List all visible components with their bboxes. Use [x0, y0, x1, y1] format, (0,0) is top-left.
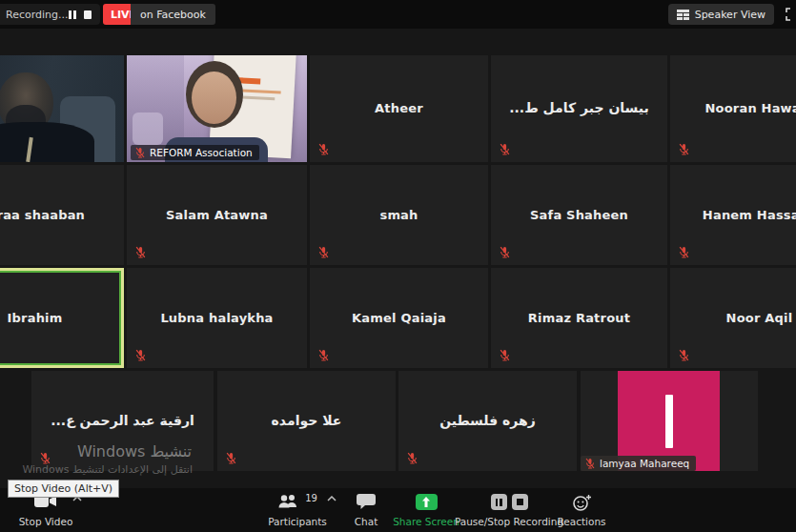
- video-tile[interactable]: israa shaaban: [0, 165, 124, 265]
- fullscreen-button[interactable]: [785, 7, 796, 22]
- pause-recording-icon[interactable]: [491, 494, 507, 510]
- participant-name: زهره فلسطين: [398, 413, 577, 428]
- recording-label: Recording...: [0, 9, 69, 21]
- speaker-view-label: Speaker View: [695, 9, 765, 21]
- video-tile[interactable]: Safa Shaheen: [491, 165, 667, 265]
- video-tile[interactable]: Hanem Hassasn: [670, 165, 796, 265]
- avatar-letter: l: [665, 395, 673, 448]
- video-tile-active-speaker[interactable]: Ibrahim: [0, 268, 124, 368]
- muted-mic-icon: [225, 452, 237, 464]
- video-tile[interactable]: Atheer: [310, 55, 488, 162]
- participant-name: Lubna halaykha: [127, 310, 307, 324]
- muted-mic-icon: [584, 458, 596, 469]
- muted-mic-icon: [317, 246, 330, 258]
- participant-name: ...ارقية عبد الرحمن ع: [31, 413, 214, 428]
- video-tile[interactable]: Nooran Hawam: [670, 55, 796, 162]
- recording-indicator: Recording...: [0, 4, 100, 25]
- video-tile[interactable]: smah: [310, 165, 488, 265]
- participant-name: Ibrahim: [0, 310, 121, 324]
- muted-mic-icon: [317, 349, 330, 361]
- reactions-label: Reactions: [557, 516, 605, 527]
- windows-activation-watermark-subtext: انتقل إلى الإعدادات لتنشيط Windows: [0, 463, 193, 476]
- chat-bubble-icon: [357, 494, 376, 509]
- participant-name: Hanem Hassasn: [670, 207, 796, 221]
- speaker-view-icon: [677, 10, 689, 20]
- participant-name: lamyaa Mahareeq: [600, 458, 689, 469]
- stop-video-tooltip: Stop Video (Alt+V): [8, 480, 119, 498]
- video-tile[interactable]: علا حوامده: [217, 371, 396, 471]
- video-tile[interactable]: Lubna halaykha: [127, 268, 307, 368]
- muted-mic-icon: [317, 143, 330, 155]
- reactions-smiley-icon: [572, 494, 592, 511]
- video-tile[interactable]: Noor Aqil: [670, 268, 796, 368]
- meeting-topbar: Recording... LIVE on Facebook Speaker Vi…: [0, 0, 796, 29]
- video-shape: [192, 72, 236, 124]
- muted-mic-icon: [499, 349, 511, 361]
- muted-mic-icon: [499, 143, 511, 155]
- pause-recording-icon[interactable]: [69, 10, 76, 19]
- video-tile[interactable]: زهره فلسطين: [398, 371, 577, 471]
- share-screen-icon: [416, 494, 438, 510]
- muted-mic-icon: [678, 143, 690, 155]
- participants-menu-chevron-icon[interactable]: [327, 496, 337, 501]
- video-tile[interactable]: [0, 55, 124, 162]
- participant-name: smah: [310, 207, 488, 221]
- stop-video-label: Stop Video: [19, 516, 73, 527]
- muted-mic-icon: [499, 246, 511, 258]
- video-shape: [0, 122, 94, 162]
- video-tile[interactable]: REFORM Association: [127, 55, 307, 162]
- meeting-toolbar: Stop Video 19 Participants Chat: [0, 488, 796, 532]
- participant-video: [0, 55, 124, 162]
- participant-name: علا حوامده: [217, 413, 396, 428]
- participant-name-chip: REFORM Association: [131, 145, 259, 160]
- live-destination-label: on Facebook: [131, 4, 215, 25]
- participant-name: Salam Atawna: [127, 207, 307, 221]
- muted-mic-icon: [134, 349, 147, 361]
- video-tile[interactable]: Kamel Qaiaja: [310, 268, 488, 368]
- muted-mic-icon: [678, 246, 690, 258]
- participants-button[interactable]: 19 Participants: [259, 488, 336, 532]
- video-shape: [133, 113, 163, 145]
- muted-mic-icon: [134, 246, 147, 258]
- participant-name: Kamel Qaiaja: [310, 310, 488, 324]
- participant-name: Noor Aqil: [670, 310, 796, 324]
- participant-name: israa shaaban: [0, 207, 124, 221]
- chat-label: Chat: [355, 516, 378, 527]
- participant-name-chip: lamyaa Mahareeq: [581, 456, 696, 471]
- fullscreen-icon: [785, 7, 796, 22]
- stop-recording-square-icon[interactable]: [512, 494, 528, 510]
- video-tile[interactable]: Salam Atawna: [127, 165, 307, 265]
- stop-recording-icon[interactable]: [84, 10, 92, 19]
- participants-icon: [277, 494, 300, 509]
- participants-count: 19: [305, 493, 317, 503]
- zoom-meeting-window: Recording... LIVE on Facebook Speaker Vi…: [0, 0, 796, 532]
- participant-name: Nooran Hawam: [670, 101, 796, 115]
- video-tile[interactable]: Rimaz Ratrout: [491, 268, 667, 368]
- speaker-view-button[interactable]: Speaker View: [668, 4, 774, 25]
- windows-activation-watermark: تنشيط Windows: [33, 442, 192, 460]
- muted-mic-icon: [678, 349, 690, 361]
- muted-mic-icon: [134, 147, 146, 158]
- participant-name: Rimaz Ratrout: [491, 310, 667, 324]
- participant-name: Atheer: [310, 101, 488, 115]
- video-tile[interactable]: l lamyaa Mahareeq: [581, 371, 758, 471]
- participant-name: Safa Shaheen: [491, 207, 667, 221]
- participants-label: Participants: [268, 516, 327, 527]
- participant-name: ...بيسان جبر كامل ط: [491, 100, 667, 115]
- muted-mic-icon: [406, 452, 418, 464]
- video-tile[interactable]: ...بيسان جبر كامل ط: [491, 55, 667, 162]
- participant-name: REFORM Association: [150, 147, 253, 158]
- share-screen-label: Share Screen: [393, 516, 459, 527]
- reactions-button[interactable]: Reactions: [545, 488, 618, 532]
